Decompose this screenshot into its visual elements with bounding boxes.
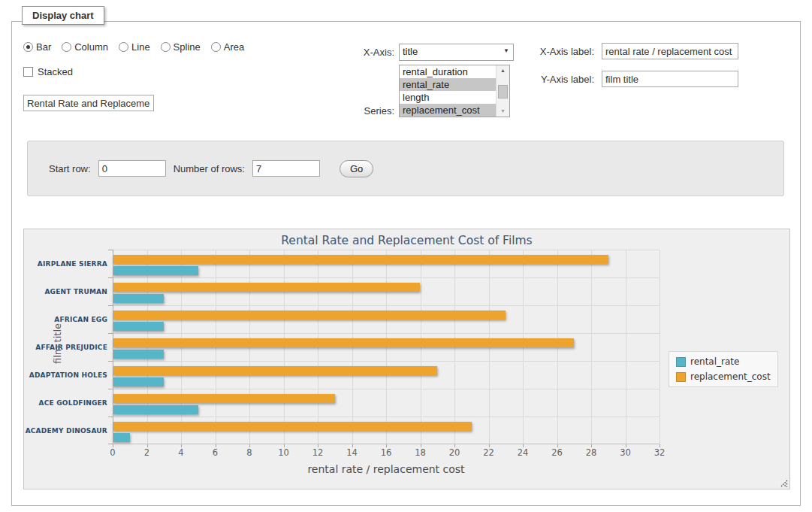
x-axis-tick-labels: 02468101214161820222426283032	[113, 447, 660, 458]
bar-replacement_cost[interactable]	[113, 255, 608, 264]
legend-label: replacement_cost	[690, 371, 771, 382]
x-tick-label: 10	[278, 447, 289, 458]
scroll-up-icon[interactable]: ▲	[497, 65, 509, 76]
bar-replacement_cost[interactable]	[113, 311, 506, 320]
category-label: AIRPLANE SIERRA	[24, 259, 107, 268]
bar-rental_rate[interactable]	[113, 322, 164, 331]
category-label: AFRICAN EGG	[24, 315, 107, 324]
series-option-rental_rate[interactable]: rental_rate	[400, 78, 496, 91]
radio-option-spline[interactable]: Spline	[161, 41, 201, 53]
radio-label: Spline	[174, 41, 201, 53]
gridline	[113, 389, 660, 389]
chart-legend: rental_ratereplacement_cost	[669, 351, 778, 387]
x-tick-label: 8	[246, 447, 252, 458]
category-labels: AIRPLANE SIERRAAGENT TRUMANAFRICAN EGGAF…	[24, 250, 107, 444]
chevron-down-icon: ▼	[503, 47, 509, 54]
series-listbox[interactable]: rental_durationrental_ratelengthreplacem…	[399, 65, 510, 117]
gridline	[113, 417, 660, 417]
radio-option-bar[interactable]: Bar	[23, 41, 51, 53]
legend-swatch	[676, 372, 686, 382]
bar-rental_rate[interactable]	[113, 405, 198, 414]
gridline	[626, 250, 626, 444]
bar-replacement_cost[interactable]	[113, 366, 437, 375]
series-listbox-options: rental_durationrental_ratelengthreplacem…	[400, 65, 496, 117]
x-axis-select[interactable]: title ▼	[399, 44, 514, 61]
radio-icon	[119, 42, 128, 52]
series-option-replacement_cost[interactable]: replacement_cost	[400, 104, 496, 117]
resize-handle[interactable]	[779, 478, 788, 487]
gridline	[113, 333, 660, 334]
x-tick-label: 16	[381, 447, 392, 458]
bar-rental_rate[interactable]	[113, 433, 130, 442]
bar-replacement_cost[interactable]	[113, 338, 574, 347]
radio-icon	[62, 42, 71, 52]
radio-option-line[interactable]: Line	[119, 41, 150, 53]
x-tick-label: 6	[213, 447, 218, 458]
stacked-checkbox[interactable]	[23, 67, 33, 77]
x-tick-label: 28	[586, 447, 597, 458]
chart-title-input[interactable]	[23, 95, 154, 111]
x-tick-label: 2	[144, 447, 149, 458]
x-axis-label-caption: X-Axis label:	[530, 46, 594, 57]
x-tick-label: 26	[551, 447, 563, 458]
start-row-input[interactable]	[98, 160, 166, 177]
gridline	[113, 277, 660, 278]
legend-item-replacement_cost[interactable]: replacement_cost	[676, 371, 771, 382]
stacked-checkbox-row[interactable]: Stacked	[23, 66, 73, 77]
radio-option-column[interactable]: Column	[62, 41, 108, 53]
x-tick-label: 30	[620, 447, 631, 458]
x-axis-select-label: X-Axis:	[331, 47, 394, 58]
bar-replacement_cost[interactable]	[113, 394, 335, 403]
series-option-length[interactable]: length	[400, 91, 496, 104]
number-of-rows-input[interactable]	[252, 160, 320, 177]
row-controls-panel: Start row: Number of rows: Go	[27, 141, 784, 196]
bar-rental_rate[interactable]	[113, 266, 198, 275]
radio-option-area[interactable]: Area	[211, 41, 244, 53]
start-row-label: Start row:	[49, 163, 91, 174]
legend-swatch	[676, 357, 686, 367]
stacked-label: Stacked	[38, 66, 73, 77]
radio-label: Column	[74, 41, 108, 53]
category-label: AFFAIR PREJUDICE	[24, 343, 107, 352]
y-axis-label-input[interactable]	[602, 71, 738, 87]
gridline	[113, 250, 660, 250]
y-axis-line	[113, 250, 113, 444]
scroll-down-icon[interactable]: ▼	[497, 106, 509, 117]
series-select-label: Series:	[331, 105, 394, 117]
number-of-rows-label: Number of rows:	[174, 163, 245, 174]
x-tick-label: 0	[110, 447, 115, 458]
display-chart-legend: Display chart	[22, 6, 104, 25]
gridline	[113, 305, 660, 306]
x-tick-label: 12	[312, 447, 324, 458]
chart-type-radios: BarColumnLineSplineArea	[23, 41, 244, 53]
x-axis-label-input[interactable]	[602, 43, 738, 59]
x-tick-label: 20	[449, 447, 460, 458]
x-tick-label: 18	[415, 447, 426, 458]
bar-replacement_cost[interactable]	[113, 422, 472, 431]
display-chart-panel: Display chart BarColumnLineSplineArea St…	[11, 21, 801, 506]
x-tick-label: 14	[346, 447, 358, 458]
chart-title: Rental Rate and Replacement Cost of Film…	[24, 234, 789, 247]
gridline	[660, 250, 660, 444]
legend-item-rental_rate[interactable]: rental_rate	[676, 356, 771, 367]
gridline	[591, 250, 592, 444]
category-label: AGENT TRUMAN	[24, 287, 107, 296]
category-label: ACADEMY DINOSAUR	[24, 426, 107, 435]
x-tick-label: 22	[483, 447, 494, 458]
radio-icon	[161, 42, 171, 52]
radio-label: Bar	[36, 41, 51, 53]
series-option-rental_duration[interactable]: rental_duration	[400, 65, 496, 78]
go-button[interactable]: Go	[340, 160, 373, 177]
bar-rental_rate[interactable]	[113, 350, 164, 359]
bar-rental_rate[interactable]	[113, 294, 164, 303]
chart-container: Rental Rate and Replacement Cost of Film…	[23, 229, 790, 489]
radio-icon	[23, 42, 33, 52]
radio-icon	[211, 42, 221, 52]
page: Display chart BarColumnLineSplineArea St…	[0, 0, 812, 512]
gridline	[113, 361, 660, 362]
bar-rental_rate[interactable]	[113, 377, 164, 386]
x-axis-select-value: title	[403, 46, 418, 57]
scrollbar-thumb[interactable]	[498, 85, 508, 98]
listbox-scrollbar[interactable]: ▲ ▼	[496, 65, 509, 117]
bar-replacement_cost[interactable]	[113, 283, 420, 292]
